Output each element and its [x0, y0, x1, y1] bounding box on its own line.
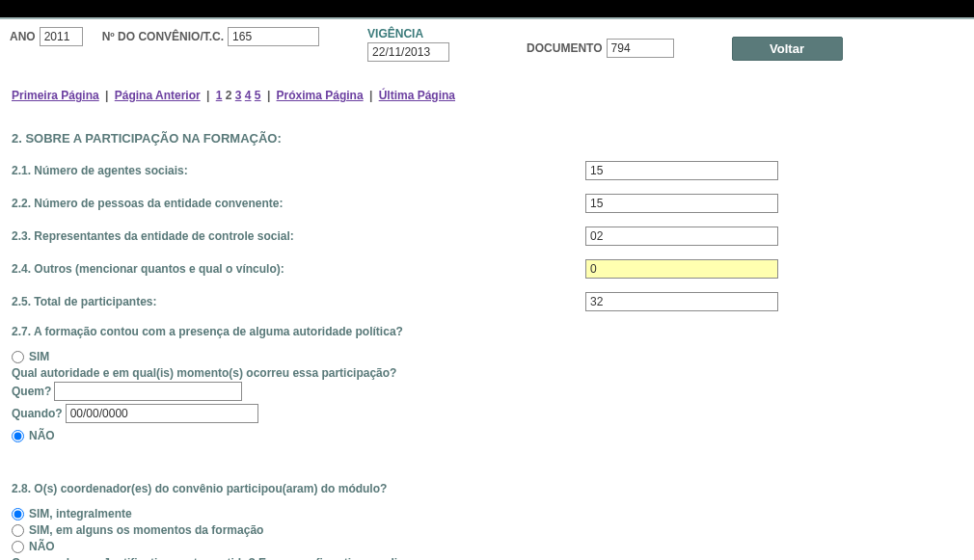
question-27-label: 2.7. A formação contou com a presença de… [12, 325, 962, 338]
page-5-link[interactable]: 5 [255, 89, 261, 102]
pagination: Primeira Página | Página Anterior | 1 2 … [12, 89, 974, 102]
field-row-21: 2.1. Número de agentes sociais: [12, 161, 962, 180]
radio-28-opt3-row: NÃO [12, 540, 962, 553]
convenio-label: Nº DO CONVÊNIO/T.C. [102, 30, 224, 43]
radio-28-opt2-row: SIM, em alguns os momentos da formação [12, 523, 962, 537]
documento-input[interactable] [607, 39, 674, 58]
ano-label: ANO [10, 30, 36, 43]
input-22-pessoas-entidade[interactable] [585, 194, 778, 213]
radio-28-opt3[interactable] [12, 541, 24, 553]
question-28-label: 2.8. O(s) coordenador(es) do convênio pa… [12, 482, 962, 495]
quem-input[interactable] [54, 382, 242, 401]
convenio-input[interactable] [228, 27, 319, 46]
label-24: 2.4. Outros (mencionar quantos e qual o … [12, 262, 585, 276]
header-section: ANO Nº DO CONVÊNIO/T.C. VIGÊNCIA DOCUMEN… [0, 17, 974, 69]
section-2-title: 2. SOBRE A PARTICIPAÇÃO NA FORMAÇÃO: [12, 131, 962, 146]
pagination-sep: | [369, 89, 372, 102]
radio-27-sim-row: SIM [12, 350, 962, 363]
page-next-link[interactable]: Próxima Página [277, 89, 364, 102]
radio-28-opt3-label: NÃO [29, 540, 55, 553]
page-first-link[interactable]: Primeira Página [12, 89, 99, 102]
radio-27-sim[interactable] [12, 351, 24, 363]
documento-field: DOCUMENTO [527, 39, 673, 58]
page-4-link[interactable]: 4 [245, 89, 252, 102]
field-row-24: 2.4. Outros (mencionar quantos e qual o … [12, 259, 962, 279]
quem-field: Quem? [12, 382, 962, 401]
label-23: 2.3. Representantes da entidade de contr… [12, 229, 585, 243]
input-23-representantes[interactable] [585, 227, 778, 246]
vigencia-label: VIGÊNCIA [367, 27, 423, 40]
radio-28-opt2-label: SIM, em alguns os momentos da formação [29, 523, 263, 537]
label-22: 2.2. Número de pessoas da entidade conve… [12, 197, 585, 210]
quando-input[interactable] [66, 404, 258, 423]
quem-label: Quem? [12, 385, 51, 398]
page-2-current: 2 [226, 89, 232, 102]
sub-question-27: Qual autoridade e em qual(is) momento(s)… [12, 366, 962, 380]
ano-field: ANO [10, 27, 83, 46]
radio-28-opt1[interactable] [12, 508, 24, 520]
documento-label: DOCUMENTO [527, 41, 602, 55]
vigencia-input[interactable] [367, 42, 449, 62]
input-24-outros[interactable] [585, 259, 778, 279]
voltar-button[interactable]: Voltar [732, 37, 843, 61]
page-3-link[interactable]: 3 [235, 89, 242, 102]
field-row-23: 2.3. Representantes da entidade de contr… [12, 227, 962, 246]
radio-28-opt2[interactable] [12, 524, 24, 537]
page-1-link[interactable]: 1 [216, 89, 223, 102]
input-21-agentes-sociais[interactable] [585, 161, 778, 180]
pagination-sep: | [206, 89, 209, 102]
field-row-22: 2.2. Número de pessoas da entidade conve… [12, 194, 962, 213]
quando-field: Quando? [12, 404, 962, 423]
page-prev-link[interactable]: Página Anterior [115, 89, 201, 102]
field-row-25: 2.5. Total de participantes: [12, 292, 962, 311]
top-black-bar [0, 0, 974, 17]
quando-label: Quando? [12, 407, 63, 420]
input-25-total[interactable] [585, 292, 778, 311]
radio-27-nao-row: NÃO [12, 429, 962, 442]
label-21: 2.1. Número de agentes sociais: [12, 164, 585, 177]
content: 2. SOBRE A PARTICIPAÇÃO NA FORMAÇÃO: 2.1… [0, 131, 974, 560]
pagination-sep: | [267, 89, 270, 102]
ano-input[interactable] [40, 27, 83, 46]
radio-28-opt1-row: SIM, integralmente [12, 507, 962, 520]
radio-27-nao-label: NÃO [29, 429, 55, 442]
pagination-sep: | [105, 89, 108, 102]
convenio-field: Nº DO CONVÊNIO/T.C. [102, 27, 319, 46]
vigencia-field: VIGÊNCIA [367, 27, 449, 62]
page-last-link[interactable]: Última Página [379, 89, 455, 102]
label-25: 2.5. Total de participantes: [12, 295, 585, 308]
radio-27-nao[interactable] [12, 430, 24, 442]
sub-question-28: Ocorreu alguma Justificativa neste senti… [12, 556, 962, 560]
radio-28-opt1-label: SIM, integralmente [29, 507, 132, 520]
radio-27-sim-label: SIM [29, 350, 49, 363]
